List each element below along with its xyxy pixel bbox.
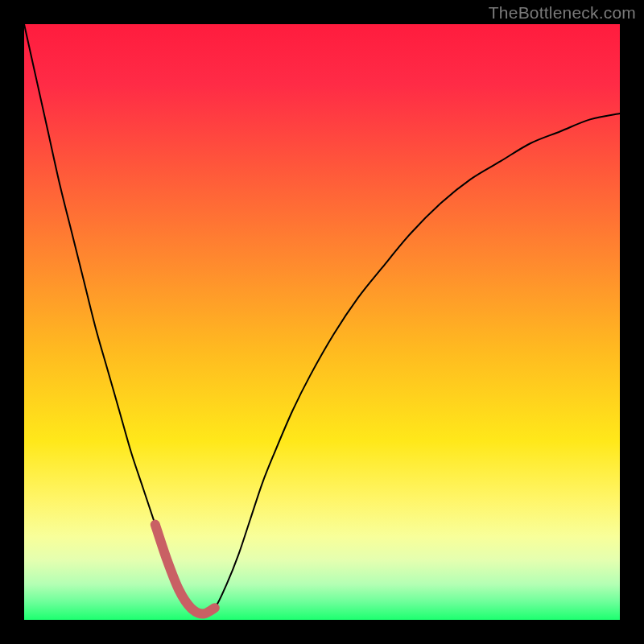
watermark-text: TheBottleneck.com — [489, 3, 636, 23]
bottleneck-chart — [0, 0, 644, 644]
chart-background — [24, 24, 620, 620]
